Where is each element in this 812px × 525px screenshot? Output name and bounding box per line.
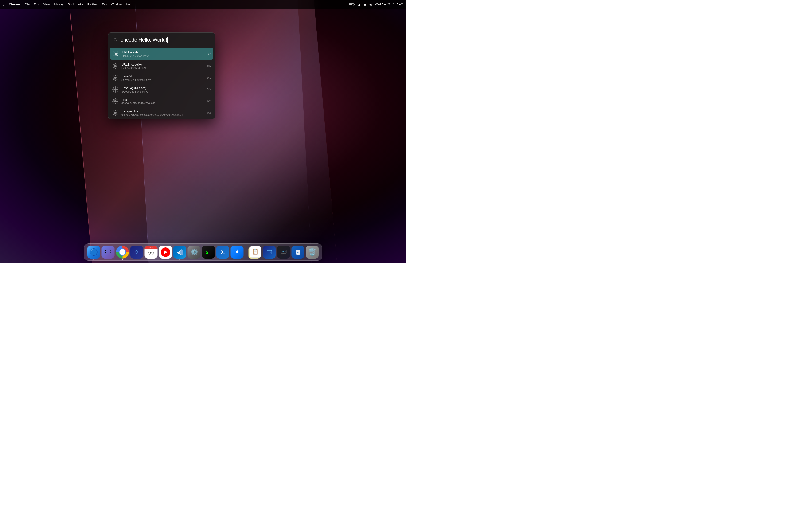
menubar-clock: Wed Dec 22 11:15 AM	[375, 3, 403, 6]
dock-active-dot-vscode	[179, 259, 180, 260]
menubar-tab[interactable]: Tab	[102, 3, 107, 6]
result-shortcut-escaped-hex: ⌘6	[207, 111, 212, 115]
vs-browser-icon	[263, 245, 276, 258]
svg-point-17	[269, 251, 269, 251]
siri-icon[interactable]: ◉	[369, 3, 372, 6]
menubar-history[interactable]: History	[54, 3, 63, 6]
vscode-icon	[173, 245, 186, 258]
apple-menu-icon[interactable]: 	[3, 2, 4, 6]
results-list: URLEncode Hello%2C%20World%21 ↩ URLEncod…	[108, 47, 215, 119]
battery-indicator	[349, 3, 355, 6]
appstore-icon	[231, 245, 244, 258]
search-icon	[113, 38, 118, 43]
search-text-display[interactable]: encode Hello, World!	[121, 37, 210, 43]
result-title-hex: Hex	[121, 98, 205, 102]
calendar-icon: DEC 22	[145, 245, 158, 258]
svg-point-10	[114, 100, 117, 103]
finder-icon: 🔵	[88, 245, 100, 258]
svg-point-6	[114, 77, 117, 79]
word-icon	[292, 245, 305, 258]
result-item-hex[interactable]: Hex 48656c6c6f2c20576f726c6421 ⌘5	[108, 95, 215, 107]
result-item-urlencode[interactable]: URLEncode Hello%2C%20World%21 ↩	[110, 48, 213, 60]
dock-item-settings[interactable]: ⚙️	[188, 245, 201, 258]
result-subtitle-escaped-hex: \x48\x65\x6c\x6c\x6f\x2c\x20\x57\x6f\x72…	[121, 114, 205, 116]
result-icon-urlencode-plus	[112, 62, 119, 70]
dock-item-word[interactable]	[292, 245, 305, 258]
result-text-urlencode-plus: URLEncode(+) Hello%2C+World%21	[121, 63, 205, 70]
result-item-base64-urlsafe[interactable]: Base64(URLSafe) SGVsbG8sIFdvcmxkIQ== ⌘4	[108, 84, 215, 95]
result-subtitle-hex: 48656c6c6f2c20576f726c6421	[121, 102, 205, 105]
xcode-icon	[216, 245, 229, 258]
result-icon-base64	[112, 74, 119, 81]
result-shortcut-urlencode-plus: ⌘2	[207, 64, 212, 68]
result-text-hex: Hex 48656c6c6f2c20576f726c6421	[121, 98, 205, 105]
result-icon-hex	[112, 97, 119, 105]
result-title-urlencode-plus: URLEncode(+)	[121, 63, 205, 66]
menubar-file[interactable]: File	[25, 3, 30, 6]
chrome-icon	[116, 245, 129, 258]
menubar-view[interactable]: View	[43, 3, 50, 6]
svg-point-2	[114, 52, 117, 55]
menubar-window[interactable]: Window	[111, 3, 122, 6]
svg-point-4	[114, 65, 117, 67]
result-shortcut-base64: ⌘3	[207, 76, 212, 79]
terminal-icon: $_	[202, 245, 215, 258]
dock-divider	[246, 247, 246, 257]
dock-item-terminal[interactable]: $_	[202, 245, 215, 258]
dock-item-calendar[interactable]: DEC 22	[145, 245, 158, 258]
search-input-area: encode Hello, World!	[108, 33, 215, 47]
result-title-base64: Base64	[121, 75, 205, 78]
result-item-escaped-hex[interactable]: Escaped Hex \x48\x65\x6c\x6c\x6f\x2c\x20…	[108, 107, 215, 119]
dock-item-xcode[interactable]	[216, 245, 229, 258]
result-subtitle-base64-urlsafe: SGVsbG8sIFdvcmxkIQ==	[121, 90, 205, 93]
dock-item-spark[interactable]: ✈	[131, 245, 143, 258]
svg-point-15	[267, 251, 268, 251]
dock-item-finder[interactable]: 🔵	[88, 245, 100, 258]
spark-icon: ✈	[131, 245, 143, 258]
dark-app-icon	[277, 245, 290, 258]
menubar-bookmarks[interactable]: Bookmarks	[68, 3, 83, 6]
result-shortcut-urlencode: ↩	[208, 52, 211, 56]
menubar-app-name[interactable]: Chrome	[9, 3, 20, 6]
svg-point-12	[114, 111, 117, 114]
control-center-icon[interactable]: ⊞	[364, 3, 367, 6]
result-title-escaped-hex: Escaped Hex	[121, 109, 205, 113]
result-title-urlencode: URLEncode	[122, 50, 205, 54]
menubar-right: ▲ ⊞ ◉ Wed Dec 22 11:15 AM	[349, 3, 403, 6]
svg-point-8	[114, 88, 117, 91]
dock-item-trash[interactable]: 🗑️	[306, 245, 319, 258]
launchpad-icon: ⋮⋮	[102, 245, 114, 258]
result-text-base64-urlsafe: Base64(URLSafe) SGVsbG8sIFdvcmxkIQ==	[121, 86, 205, 93]
dock-active-dot-chrome	[122, 259, 123, 260]
wifi-icon[interactable]: ▲	[357, 3, 361, 6]
dock-item-youtube[interactable]	[159, 245, 172, 258]
dock-item-appstore[interactable]	[231, 245, 244, 258]
search-popup: encode Hello, World! URLEncode Hello%2C%…	[108, 32, 215, 119]
dock-item-chrome[interactable]	[116, 245, 129, 258]
menubar:  Chrome File Edit View History Bookmark…	[0, 0, 406, 9]
dock-item-dark-app[interactable]	[277, 245, 290, 258]
menubar-profiles[interactable]: Profiles	[88, 3, 97, 6]
result-item-urlencode-plus[interactable]: URLEncode(+) Hello%2C+World%21 ⌘2	[108, 60, 215, 72]
menubar-help[interactable]: Help	[126, 3, 132, 6]
settings-icon: ⚙️	[188, 245, 201, 258]
result-subtitle-base64: SGVsbG8sIFdvcmxkIQ==	[121, 78, 205, 81]
dock: 🔵 ⋮⋮ ✈ DEC 22	[84, 243, 322, 260]
svg-point-16	[268, 251, 269, 251]
result-shortcut-hex: ⌘5	[207, 100, 212, 103]
dock-item-vscode[interactable]	[173, 245, 186, 258]
files-icon: 📋	[249, 245, 261, 258]
result-shortcut-base64-urlsafe: ⌘4	[207, 88, 212, 91]
result-text-escaped-hex: Escaped Hex \x48\x65\x6c\x6c\x6f\x2c\x20…	[121, 109, 205, 116]
result-icon-base64-urlsafe	[112, 86, 119, 93]
svg-line-1	[117, 41, 118, 42]
result-text-urlencode: URLEncode Hello%2C%20World%21	[122, 50, 205, 57]
dock-item-launchpad[interactable]: ⋮⋮	[102, 245, 114, 258]
dock-item-files[interactable]: 📋	[249, 245, 261, 258]
dock-item-vs-browser[interactable]	[263, 245, 276, 258]
svg-point-0	[114, 38, 117, 41]
result-item-base64[interactable]: Base64 SGVsbG8sIFdvcmxkIQ== ⌘3	[108, 72, 215, 84]
result-title-base64-urlsafe: Base64(URLSafe)	[121, 86, 205, 90]
menubar-edit[interactable]: Edit	[34, 3, 39, 6]
menubar-left:  Chrome File Edit View History Bookmark…	[3, 2, 132, 6]
